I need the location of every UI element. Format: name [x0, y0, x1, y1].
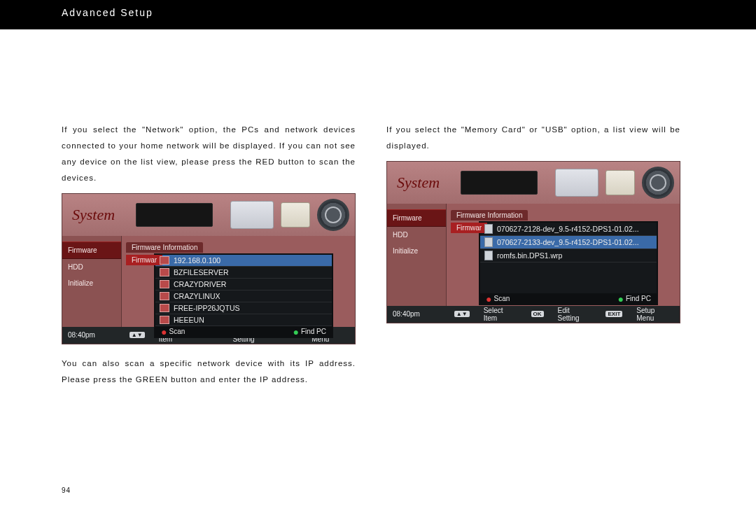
- panel-header: Firmware Information: [451, 210, 528, 220]
- file-icon: [484, 224, 493, 234]
- findpc-action[interactable]: ●Find PC: [293, 328, 326, 335]
- card-icon: [606, 170, 635, 195]
- network-icon: [230, 201, 274, 229]
- file-icon: [484, 237, 493, 247]
- list-item-label: 070627-2133-dev_9.5-r4152-DPS1-01.02...: [497, 238, 639, 246]
- page-header: Advanced Setup: [0, 0, 756, 29]
- file-listbox: 070627-2128-dev_9.5-r4152-DPS1-01.02... …: [479, 221, 658, 305]
- network-listbox: 192.168.0.100 BZFILESERVER CRAZYDRIVER C…: [154, 253, 333, 338]
- sidebar-item-initialize[interactable]: Initialize: [62, 275, 121, 291]
- page-number: 94: [62, 486, 71, 494]
- list-item-label: CRAZYLINUX: [174, 292, 220, 300]
- sidebar-item-hdd[interactable]: HDD: [387, 227, 446, 243]
- page-title: Advanced Setup: [62, 7, 153, 18]
- listbox-footer: ●Scan ●Find PC: [155, 326, 332, 337]
- list-item[interactable]: CRAZYDRIVER: [155, 279, 332, 290]
- panel-header: Firmware Information: [126, 242, 203, 253]
- screenshot-footer: 08:40pm ▲▼Select Item OKEdit Setting EXI…: [387, 306, 680, 323]
- list-item-label: romfs.bin.DPS1.wrp: [497, 251, 562, 260]
- pc-icon: [160, 292, 169, 300]
- list-item[interactable]: 070627-2128-dev_9.5-r4152-DPS1-01.02...: [480, 223, 657, 236]
- right-para-1: If you select the "Memory Card" or "USB"…: [386, 122, 680, 154]
- list-item[interactable]: HEEEUN: [155, 314, 332, 326]
- sidebar-item-firmware[interactable]: Firmware: [62, 241, 121, 259]
- screenshot-network: System Firmware HDD Initialize Firmware …: [62, 193, 356, 344]
- sidebar: Firmware HDD Initialize: [387, 204, 447, 306]
- main-panel: Firmware Information Firmwar 192.168.0.1…: [122, 236, 355, 327]
- list-item-label: HEEEUN: [174, 316, 204, 324]
- pc-icon: [160, 304, 169, 312]
- gear-icon: [642, 167, 674, 199]
- device-thumbnail: [461, 171, 538, 195]
- clock: 08:40pm: [393, 310, 442, 318]
- list-item-label: 070627-2128-dev_9.5-r4152-DPS1-01.02...: [497, 225, 639, 233]
- list-item-label: BZFILESERVER: [174, 268, 229, 276]
- hint-edit: OKEdit Setting: [531, 307, 594, 322]
- clock: 08:40pm: [68, 331, 117, 339]
- list-item[interactable]: 192.168.0.100: [155, 255, 332, 267]
- list-item-label: FREE-IPP26JQTUS: [174, 304, 240, 312]
- left-column: If you select the "Network" option, the …: [62, 113, 356, 395]
- findpc-action[interactable]: ●Find PC: [617, 295, 651, 302]
- screenshot-topbar: System: [387, 162, 680, 204]
- pc-icon: [160, 256, 169, 265]
- pc-icon: [160, 316, 169, 324]
- scan-action[interactable]: ●Scan: [486, 295, 510, 302]
- active-tab[interactable]: Firmwar: [451, 223, 487, 233]
- gear-icon: [317, 199, 349, 231]
- sidebar: Firmware HDD Initialize: [62, 236, 122, 327]
- screenshot-usb: System Firmware HDD Initialize Firmware …: [386, 161, 680, 323]
- content-columns: If you select the "Network" option, the …: [0, 29, 756, 395]
- network-icon: [555, 169, 598, 197]
- list-item[interactable]: romfs.bin.DPS1.wrp: [480, 249, 657, 262]
- left-para-1: If you select the "Network" option, the …: [62, 122, 356, 186]
- sidebar-item-firmware[interactable]: Firmware: [387, 209, 446, 227]
- right-column: If you select the "Memory Card" or "USB"…: [386, 113, 680, 395]
- list-item[interactable]: CRAZYLINUX: [155, 290, 332, 302]
- hint-menu: EXITSetup Menu: [606, 307, 674, 322]
- main-panel: Firmware Information Firmwar 070627-2128…: [447, 204, 680, 306]
- active-tab[interactable]: Firmwar: [126, 255, 162, 265]
- device-thumbnail: [136, 203, 213, 227]
- list-item[interactable]: FREE-IPP26JQTUS: [155, 302, 332, 314]
- list-item-label: 192.168.0.100: [174, 256, 220, 265]
- list-item-label: CRAZYDRIVER: [174, 280, 226, 288]
- hint-select: ▲▼Select Item: [454, 307, 519, 322]
- brand-script: System: [397, 174, 440, 192]
- pc-icon: [160, 268, 169, 276]
- list-item[interactable]: 070627-2133-dev_9.5-r4152-DPS1-01.02...: [480, 236, 657, 249]
- left-para-2: You can also scan a specific network dev…: [62, 356, 356, 388]
- listbox-footer: ●Scan ●Find PC: [480, 293, 657, 304]
- pc-icon: [160, 280, 169, 288]
- brand-script: System: [72, 206, 115, 224]
- sidebar-item-initialize[interactable]: Initialize: [387, 243, 446, 259]
- scan-action[interactable]: ●Scan: [161, 328, 185, 335]
- file-icon: [484, 251, 493, 260]
- screenshot-topbar: System: [62, 194, 355, 236]
- sidebar-item-hdd[interactable]: HDD: [62, 259, 121, 275]
- card-icon: [281, 202, 310, 227]
- list-item[interactable]: BZFILESERVER: [155, 267, 332, 279]
